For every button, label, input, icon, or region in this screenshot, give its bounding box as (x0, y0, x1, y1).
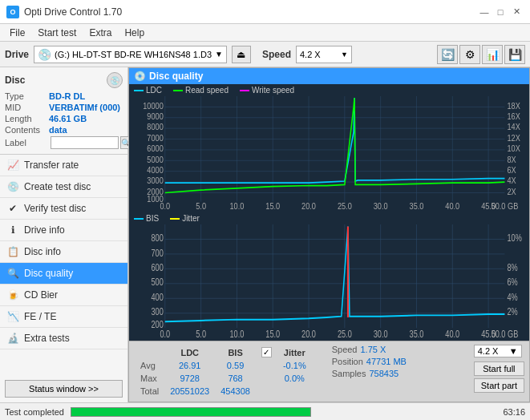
disc-header: Disc 💿 (5, 72, 123, 88)
chart-button[interactable]: 📊 (482, 45, 503, 64)
status-number: 63:16 (503, 407, 525, 417)
drivebar: Drive 💿 (G:) HL-DT-ST BD-RE WH16NS48 1.D… (0, 42, 530, 67)
mid-val: VERBATIMf (000) (49, 103, 120, 112)
settings-button[interactable]: ⚙ (459, 45, 480, 64)
svg-text:10%: 10% (508, 232, 523, 243)
transfer-rate-icon: 📈 (6, 159, 19, 172)
status-text: Test completed (5, 407, 64, 417)
position-label: Position (332, 357, 363, 366)
verify-test-disc-label: Verify test disc (24, 203, 86, 214)
menu-help[interactable]: Help (118, 26, 151, 40)
progress-fill (71, 408, 310, 416)
content-area: 💿 Disc quality LDC Read speed (128, 67, 530, 402)
jitter-color (170, 218, 180, 220)
svg-text:6%: 6% (508, 277, 519, 287)
samples-label: Samples (332, 369, 366, 378)
max-ldc: 9728 (165, 373, 214, 384)
bis-header: BIS (216, 346, 255, 358)
svg-text:16X: 16X (508, 112, 521, 121)
svg-text:8X: 8X (508, 155, 517, 164)
disc-label-row: Label 🔍 (5, 136, 123, 149)
disc-eject-icon[interactable]: 💿 (107, 72, 123, 88)
label-input[interactable] (51, 136, 119, 149)
disc-quality-header-icon: 💿 (134, 71, 146, 82)
refresh-button[interactable]: 🔄 (437, 45, 458, 64)
drive-disc-icon: 💿 (38, 48, 51, 61)
app-icon: O (6, 6, 19, 18)
svg-rect-50 (129, 224, 529, 341)
speed-select[interactable]: 4.2 X ▼ (296, 46, 352, 63)
sidebar-item-extra-tests[interactable]: 🔬 Extra tests (0, 328, 127, 349)
total-bis: 454308 (216, 386, 255, 397)
charts-container: LDC Read speed Write speed (129, 84, 529, 341)
disc-quality-icon: 🔍 (6, 267, 19, 280)
sidebar-item-verify-test-disc[interactable]: ✔ Verify test disc (0, 198, 127, 220)
svg-text:0.0: 0.0 (160, 329, 170, 339)
bottom-chart: 800 700 600 500 400 300 200 10% 8% 6% 4%… (129, 224, 529, 341)
eject-button[interactable]: ⏏ (232, 46, 251, 63)
fe-te-label: FE / TE (24, 311, 56, 322)
speed-value: 4.2 X (300, 50, 321, 59)
legend-bis-label: BIS (146, 214, 159, 223)
svg-text:15.0: 15.0 (265, 201, 280, 210)
start-full-button[interactable]: Start full (474, 361, 524, 376)
svg-text:10000: 10000 (143, 101, 163, 110)
length-val: 46.61 GB (49, 114, 87, 123)
titlebar-controls[interactable]: — □ ✕ (477, 6, 524, 18)
menu-file[interactable]: File (3, 26, 31, 40)
save-button[interactable]: 💾 (504, 45, 525, 64)
speed-dropdown[interactable]: 4.2 X ▼ (474, 345, 522, 357)
minimize-button[interactable]: — (477, 6, 492, 18)
svg-text:10X: 10X (508, 144, 521, 153)
extra-tests-icon: 🔬 (6, 332, 19, 345)
legend-bis: BIS (134, 214, 159, 223)
total-label: Total (136, 386, 164, 397)
svg-text:25.0: 25.0 (338, 329, 352, 339)
sidebar-item-drive-info[interactable]: ℹ Drive info (0, 220, 127, 241)
sidebar-item-fe-te[interactable]: 📉 FE / TE (0, 306, 127, 328)
legend-write-speed-label: Write speed (252, 86, 294, 95)
max-bis: 768 (216, 373, 255, 384)
extra-tests-label: Extra tests (24, 333, 70, 344)
svg-text:7000: 7000 (147, 133, 163, 142)
label-key: Label (5, 138, 49, 147)
avg-jitter: -0.1% (278, 360, 311, 371)
jitter-checkbox[interactable]: ✓ (261, 347, 272, 357)
stats-table: LDC BIS ✓ Jitter Avg 26.91 0.59 -0.1% (134, 345, 313, 398)
svg-text:15.0: 15.0 (265, 329, 280, 339)
max-label: Max (136, 373, 164, 384)
status-window-button[interactable]: Status window >> (5, 380, 123, 398)
sidebar-item-create-test-disc[interactable]: 💿 Create test disc (0, 176, 127, 198)
sidebar-item-cd-bier[interactable]: 🍺 CD Bier (0, 285, 127, 306)
svg-text:4X: 4X (508, 176, 517, 185)
svg-text:700: 700 (151, 247, 163, 257)
stats-bar: LDC BIS ✓ Jitter Avg 26.91 0.59 -0.1% (129, 341, 529, 402)
avg-ldc: 26.91 (165, 360, 214, 371)
legend-read-speed-label: Read speed (185, 86, 229, 95)
avg-label: Avg (136, 360, 164, 371)
svg-text:18X: 18X (508, 101, 521, 110)
close-button[interactable]: ✕ (509, 6, 524, 18)
menu-start-test[interactable]: Start test (31, 26, 83, 40)
disc-section: Disc 💿 Type BD-R DL MID VERBATIMf (000) … (0, 67, 127, 155)
start-part-button[interactable]: Start part (474, 378, 524, 393)
svg-rect-0 (129, 96, 529, 212)
svg-text:50.0 GB: 50.0 GB (492, 201, 519, 210)
drive-select[interactable]: 💿 (G:) HL-DT-ST BD-RE WH16NS48 1.D3 ▼ (34, 46, 227, 63)
menubar: File Start test Extra Help (0, 24, 530, 42)
speed-dropdown-arrow: ▼ (509, 346, 518, 356)
sidebar-item-disc-info[interactable]: 📋 Disc info (0, 241, 127, 263)
maximize-button[interactable]: □ (493, 6, 508, 18)
sidebar-item-transfer-rate[interactable]: 📈 Transfer rate (0, 155, 127, 176)
ldc-color (134, 90, 144, 91)
samples-row: Samples 758435 (332, 369, 407, 378)
menu-extra[interactable]: Extra (83, 26, 118, 40)
svg-text:8%: 8% (508, 262, 519, 273)
disc-quality-label: Disc quality (24, 268, 73, 279)
sidebar-item-disc-quality[interactable]: 🔍 Disc quality (0, 263, 127, 285)
disc-quality-header: 💿 Disc quality (129, 68, 529, 84)
create-test-disc-label: Create test disc (24, 181, 91, 192)
svg-text:400: 400 (151, 292, 163, 302)
disc-info-icon: 📋 (6, 245, 19, 258)
avg-bis: 0.59 (216, 360, 255, 371)
